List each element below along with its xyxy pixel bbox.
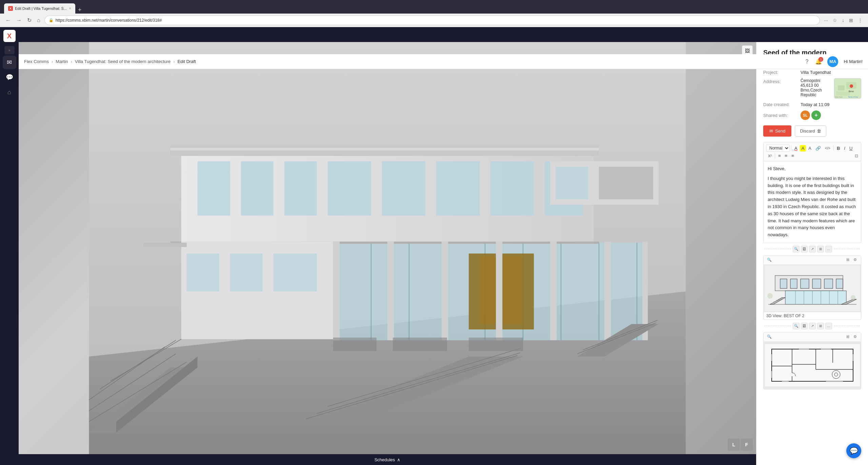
toolbar-expand-button[interactable]: ⊡ [855, 154, 858, 158]
toolbar-font-color-button[interactable]: A [793, 145, 799, 151]
svg-rect-53 [393, 338, 447, 351]
svg-rect-34 [171, 148, 599, 150]
svg-rect-73 [812, 279, 821, 288]
address-label: Address: [763, 78, 801, 84]
discard-icon: 🗑 [817, 128, 821, 134]
sidebar-expand-button[interactable]: » [4, 46, 15, 54]
refresh-button[interactable]: ↻ [26, 16, 33, 25]
toolbar-link-button[interactable]: 🔗 [814, 145, 823, 151]
breadcrumb-actions: ? 🔔 1 MA Hi Martin! [804, 56, 863, 67]
notification-bell[interactable]: 🔔 1 [815, 58, 822, 65]
attachment-link-icon[interactable]: ↗ [809, 246, 816, 252]
toolbar-font-button[interactable]: A [807, 145, 813, 151]
attachment2-link-icon[interactable]: ↗ [809, 323, 816, 329]
more-button[interactable]: ··· [823, 16, 829, 24]
discard-button[interactable]: Discard 🗑 [795, 125, 826, 137]
attachment-image-icon[interactable]: 🖼 [801, 246, 808, 252]
address-bar[interactable]: 🔒 https://comms.xbim.net/martin/conversa… [44, 16, 820, 25]
toolbar-align-button[interactable]: ≡ [790, 153, 796, 159]
app-logo[interactable]: X [3, 30, 16, 42]
svg-rect-69 [785, 291, 846, 304]
svg-rect-29 [382, 161, 426, 216]
svg-rect-42 [388, 242, 394, 340]
text-style-select[interactable]: Normal [766, 144, 790, 152]
attachment2-header-zoom[interactable]: 🔍 [766, 334, 772, 340]
toolbar-code-button[interactable]: </> [823, 145, 832, 151]
toolbar-superscript-button[interactable]: X² [766, 153, 773, 159]
email-body[interactable]: Hi Steve, I thought you might be interes… [763, 161, 861, 243]
bookmark-button[interactable]: ☆ [831, 16, 839, 24]
attachment-3d-view-label: 3D View: BEST OF 2 [764, 312, 861, 320]
active-tab[interactable]: X Edit Draft | Villa Tugendhat: S... × [4, 3, 75, 14]
svg-rect-38 [187, 254, 219, 291]
browser-settings-button[interactable]: ⋮ [856, 16, 864, 24]
svg-rect-89 [765, 344, 860, 386]
sidebar-item-mail[interactable]: ✉ [3, 56, 16, 69]
schedules-bar[interactable]: Schedules ∧ [19, 454, 756, 465]
chat-support-button[interactable]: 💬 [846, 443, 861, 458]
attachment-3d-view-image [764, 265, 861, 312]
sidebar-item-chat[interactable]: 💬 [3, 70, 16, 84]
tab-title: Edit Draft | Villa Tugendhat: S... [15, 6, 67, 11]
svg-rect-74 [824, 279, 833, 288]
breadcrumb-flex-comms[interactable]: Flex Comms [24, 59, 49, 64]
home-button[interactable]: ⌂ [36, 16, 42, 25]
attachment-header-1: 🔍 ⊞ ⚙ [764, 256, 861, 265]
attachment2-settings-icon[interactable]: ⚙ [852, 334, 858, 340]
attachment2-image-icon[interactable]: 🖼 [801, 323, 808, 329]
image-icon: 🖼 [745, 48, 750, 54]
toolbar-italic-button[interactable]: I [842, 145, 847, 151]
add-shared-button[interactable]: + [811, 110, 821, 120]
attachment-header-zoom[interactable]: 🔍 [766, 257, 772, 263]
svg-rect-72 [801, 279, 809, 288]
toolbar-ol-button[interactable]: ≡ [776, 153, 783, 159]
forward-button[interactable]: → [15, 16, 23, 25]
divider-icons: 🔍 🖼 ↗ ⊞ … [793, 246, 832, 252]
svg-rect-57 [599, 167, 653, 199]
divider-line-right [834, 249, 860, 249]
breadcrumb-sep-1: › [52, 59, 53, 64]
user-avatar[interactable]: MA [827, 56, 838, 67]
map-thumbnail[interactable]: Brno Map Data Terms of Use [834, 78, 861, 99]
attachment2-maximize-icon[interactable]: ⊞ [845, 334, 851, 340]
breadcrumb-villa[interactable]: Villa Tugendhat: Seed of the modern arch… [75, 59, 171, 64]
chat-support-icon: 💬 [850, 447, 858, 455]
attachment-zoom-icon[interactable]: 🔍 [793, 246, 800, 252]
divider-icons-2: 🔍 🖼 ↗ ⊞ … [793, 323, 832, 329]
attachment-maximize-icon[interactable]: ⊞ [845, 257, 851, 263]
breadcrumb-martin[interactable]: Martin [56, 59, 68, 64]
attachment-grid-icon[interactable]: ⊞ [817, 246, 824, 252]
back-button[interactable]: ← [4, 16, 12, 25]
divider-line-left [765, 249, 791, 249]
sidebar-item-home[interactable]: ⌂ [3, 85, 16, 99]
send-button[interactable]: ✉ Send [763, 125, 791, 137]
corner-logos: L F [728, 439, 753, 451]
attachment-settings-icon[interactable]: ⚙ [852, 257, 858, 263]
toolbar-underline-button[interactable]: U [848, 145, 854, 151]
shared-label: Shared with: [763, 113, 801, 118]
help-button[interactable]: ? [804, 57, 810, 66]
extensions-button[interactable]: ⊞ [848, 16, 854, 24]
tab-close-button[interactable]: × [69, 6, 71, 11]
logo-icon: X [7, 32, 12, 40]
attachment2-more-icon[interactable]: … [825, 323, 832, 329]
map-inner: Brno Map Data Terms of Use [834, 79, 861, 98]
attachment2-grid-icon[interactable]: ⊞ [817, 323, 824, 329]
toolbar-highlight-button[interactable]: A [800, 145, 806, 151]
new-tab-button[interactable]: + [75, 6, 84, 14]
attachment-more-icon[interactable]: … [825, 246, 832, 252]
svg-rect-54 [469, 338, 523, 351]
attachment2-zoom-icon[interactable]: 🔍 [793, 323, 800, 329]
download-button[interactable]: ↓ [841, 16, 846, 24]
email-text: I thought you might be interested in thi… [768, 175, 857, 239]
toolbar-bold-button[interactable]: B [835, 145, 842, 151]
attachment-divider-2: 🔍 🖼 ↗ ⊞ … [763, 323, 861, 329]
corner-logo-l: L [728, 439, 740, 451]
date-label: Date created: [763, 102, 801, 107]
shared-avatar-sl[interactable]: SL [801, 110, 810, 120]
toolbar-ul-button[interactable]: ≡ [783, 153, 789, 159]
svg-rect-44 [496, 242, 502, 340]
svg-rect-59 [838, 85, 845, 90]
breadcrumb-sep-2: › [71, 59, 72, 64]
schedules-label: Schedules [374, 457, 395, 462]
